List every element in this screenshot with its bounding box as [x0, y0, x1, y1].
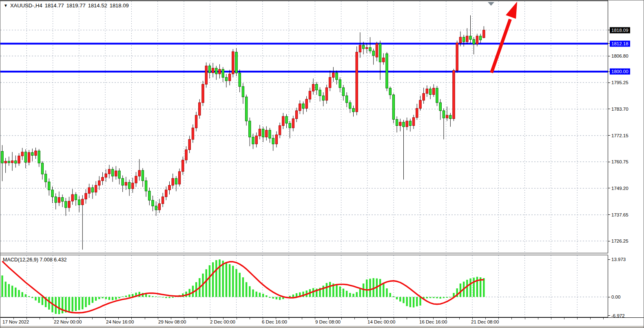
candle-body [48, 182, 50, 190]
candle-body [266, 130, 268, 137]
macd-bar [460, 283, 461, 297]
candle-body [182, 160, 184, 172]
macd-bar [256, 292, 257, 297]
time-axis-tick [341, 318, 342, 319]
candle-body [158, 204, 160, 210]
time-axis-tick [289, 318, 289, 319]
candle-body [208, 66, 210, 73]
price-axis-tick [608, 214, 610, 215]
candle-body [469, 36, 471, 39]
macd-bar [62, 297, 63, 313]
horizontal-level-line[interactable] [0, 71, 608, 72]
time-axis-label: 14 Dec 00:00 [367, 319, 395, 324]
candle-body [433, 88, 435, 95]
price-axis-tick [608, 56, 610, 56]
candle-body [195, 115, 197, 128]
macd-bar [403, 297, 404, 303]
macd-bar [42, 297, 43, 305]
candle-body [8, 161, 10, 163]
macd-axis-label: 0.00 [611, 294, 620, 300]
candle-body [205, 66, 207, 84]
macd-bar [326, 283, 328, 297]
panel-splitter[interactable] [0, 253, 608, 255]
candle-body [446, 115, 448, 118]
macd-bar [108, 297, 110, 300]
trend-arrow[interactable] [491, 2, 517, 73]
macd-bar [28, 296, 30, 297]
candle-body [389, 88, 391, 95]
candle-body [91, 187, 93, 192]
macd-bar [389, 293, 391, 297]
candle-body [463, 37, 465, 42]
candle-body [483, 30, 485, 38]
candle-body [24, 152, 27, 162]
macd-bar [349, 293, 351, 297]
macd-bar [5, 281, 7, 297]
time-axis-tick [237, 318, 237, 319]
macd-bar [118, 297, 120, 298]
candle-body [399, 122, 401, 125]
time-axis-tick [603, 318, 604, 319]
chart-shift-marker[interactable] [488, 2, 494, 6]
candle-body [352, 108, 354, 112]
candle-body [312, 84, 314, 91]
macd-bar [155, 297, 157, 297]
macd-bar [436, 297, 438, 298]
macd-bar [215, 260, 217, 297]
candle-body [58, 197, 60, 202]
ohlc-open: 1814.77 [45, 2, 64, 9]
candle-body [456, 43, 458, 70]
candle-body [379, 44, 381, 62]
macd-axis-label: 13.973 [611, 257, 626, 263]
price-axis-tick [608, 162, 610, 162]
level-price-label: 1800.00 [610, 69, 630, 75]
time-axis-tick [197, 318, 197, 319]
candle-body [115, 171, 117, 176]
macd-bar [38, 297, 40, 303]
candle-body [185, 150, 187, 160]
macd-bar [8, 284, 10, 297]
macd-bar [95, 297, 97, 301]
macd-bar [289, 296, 291, 297]
macd-bar [249, 286, 250, 297]
candles-group[interactable] [1, 16, 485, 250]
macd-bar [329, 282, 331, 297]
candle-body [162, 197, 164, 204]
candle-body [132, 183, 134, 189]
macd-bar [292, 295, 294, 297]
symbol-dropdown-icon[interactable]: ▼ [4, 3, 8, 8]
macd-axis-tick [608, 259, 610, 260]
candle-body [426, 89, 428, 93]
candle-body [88, 187, 90, 193]
candle-body [242, 87, 244, 97]
macd-bar [92, 297, 93, 303]
macd-bar [483, 278, 485, 297]
time-axis[interactable]: 17 Nov 202222 Nov 00:0024 Nov 16:0029 No… [0, 317, 644, 326]
candle-body [245, 97, 247, 121]
macd-bar [252, 290, 254, 297]
candle-body [372, 51, 374, 56]
price-axis[interactable]: 1818.091812.181806.801800.001795.251783.… [608, 0, 644, 326]
horizontal-level-line[interactable] [0, 43, 608, 45]
candle-body [396, 119, 398, 125]
ohlc-high: 1819.77 [66, 2, 86, 9]
candle-body [21, 152, 23, 156]
macd-axis-tick [608, 315, 610, 316]
price-chart-plot[interactable] [0, 0, 608, 253]
candle-body [68, 201, 70, 208]
macd-bar [369, 279, 371, 297]
macd-axis-tick [608, 297, 610, 297]
macd-bar [98, 297, 100, 299]
macd-bar [25, 294, 27, 297]
candle-body [75, 194, 77, 200]
price-axis-label: 1749.20 [611, 185, 629, 191]
macd-bar [272, 297, 274, 299]
macd-bar [226, 263, 227, 297]
candle-body [95, 185, 97, 192]
price-axis-label: 1760.75 [611, 159, 629, 165]
macd-bar [399, 297, 401, 301]
candle-body [4, 161, 7, 163]
macd-bar [396, 297, 398, 299]
macd-indicator-plot[interactable] [0, 255, 608, 317]
candle-body [316, 84, 318, 90]
